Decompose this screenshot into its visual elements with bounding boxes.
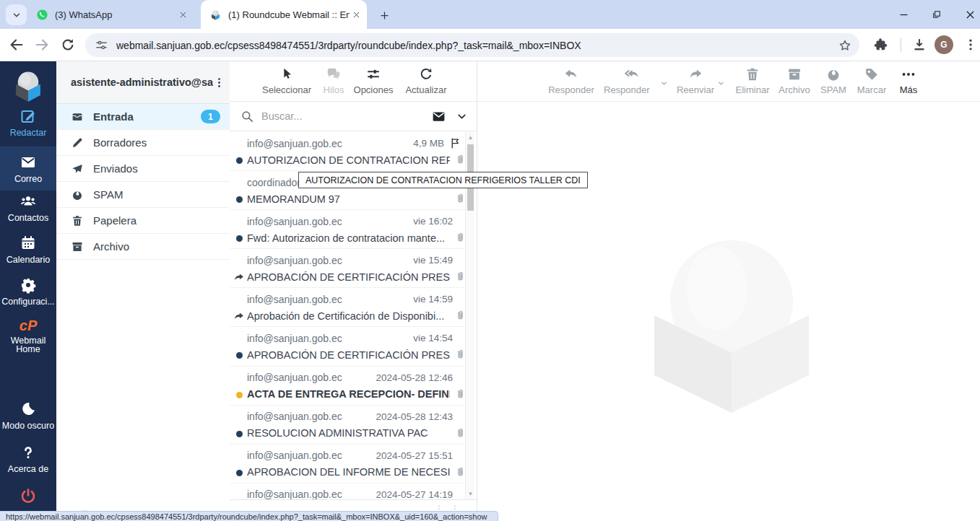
- account-name: asistente-administrativo@sa...: [71, 76, 213, 88]
- message-subject: APROBACIÓN DE CERTIFICACIÓN PRES...: [247, 349, 450, 361]
- search-input[interactable]: [261, 110, 431, 122]
- url-text: webmail.sanjuan.gob.ec/cpsess8498474551/…: [116, 40, 838, 51]
- list-item[interactable]: info@sanjuan.gob.ec 4,9 MB AUTORIZACION …: [230, 132, 467, 171]
- close-icon: [964, 9, 976, 21]
- logout-button[interactable]: [0, 487, 56, 504]
- list-item[interactable]: info@sanjuan.gob.ec vie 16:02 Fwd: Autor…: [230, 210, 467, 249]
- folder-label: SPAM: [93, 188, 123, 201]
- message-toolbar: Responder Responder ... Reenviar Elimina…: [547, 61, 923, 101]
- reply-all-button[interactable]: Responder ...: [604, 66, 660, 106]
- power-icon: [19, 487, 37, 504]
- question-icon: [19, 444, 37, 461]
- message-date: 2024-05-27 15:51: [376, 450, 453, 461]
- message-preview-pane: [477, 102, 980, 521]
- avatar-letter: G: [940, 40, 947, 50]
- chevron-down-icon: [12, 10, 22, 20]
- chevron-down-icon[interactable]: [660, 79, 668, 87]
- tab-whatsapp[interactable]: (3) WhatsApp: [29, 0, 194, 29]
- message-date: vie 14:54: [413, 333, 453, 343]
- extensions-icon[interactable]: [872, 37, 888, 53]
- list-item[interactable]: info@sanjuan.gob.ec 2024-05-27 14:19: [230, 483, 467, 499]
- folder-spam[interactable]: SPAM: [56, 182, 230, 208]
- browser-titlebar: (3) WhatsApp (1) Roundcube Webmail :: En…: [0, 0, 980, 29]
- message-subject: MEMORANDUM 97: [247, 193, 450, 205]
- unread-dot: [236, 196, 243, 203]
- unread-dot: [236, 352, 243, 359]
- tab-close-button[interactable]: [350, 8, 363, 21]
- select-button[interactable]: Seleccionar: [256, 66, 317, 95]
- list-item[interactable]: info@sanjuan.gob.ec vie 15:49 APROBACIÓN…: [230, 249, 467, 288]
- account-menu-icon[interactable]: [213, 76, 225, 89]
- reply-button[interactable]: Responder: [547, 66, 595, 95]
- reply-icon: [563, 66, 579, 82]
- tab-title: (1) Roundcube Webmail :: Entra: [228, 9, 350, 20]
- button-label: Actualizar: [405, 84, 446, 95]
- new-tab-button[interactable]: [376, 6, 393, 24]
- list-item[interactable]: info@sanjuan.gob.ec vie 14:54 APROBACIÓN…: [230, 327, 467, 366]
- sidebar-item-redactar[interactable]: Redactar: [0, 108, 56, 138]
- sidebar-item-calendario[interactable]: Calendario: [0, 235, 56, 265]
- threads-button[interactable]: Hilos: [317, 66, 350, 95]
- account-header: asistente-administrativo@sa...: [56, 61, 230, 104]
- tab-close-button[interactable]: [176, 8, 189, 21]
- sidebar-item-correo[interactable]: Correo: [0, 146, 56, 191]
- message-sender: info@sanjuan.gob.ec: [247, 372, 376, 383]
- sidebar-item-configuracion[interactable]: Configuraci...: [0, 276, 56, 307]
- reply-all-icon: [624, 66, 640, 82]
- sidebar-item-contactos[interactable]: Contactos: [0, 193, 56, 223]
- address-bar[interactable]: webmail.sanjuan.gob.ec/cpsess8498474551/…: [85, 33, 859, 57]
- chevron-down-icon[interactable]: [456, 110, 468, 123]
- folder-panel: asistente-administrativo@sa... Entrada 1…: [56, 61, 230, 521]
- junk-button[interactable]: SPAM: [816, 66, 851, 95]
- folder-archivo[interactable]: Archivo: [56, 234, 230, 260]
- downloads-icon[interactable]: [911, 37, 927, 53]
- sidebar-item-label: Acerca de: [8, 464, 48, 474]
- forward-button[interactable]: [34, 37, 50, 53]
- message-sender: info@sanjuan.gob.ec: [247, 138, 413, 149]
- archive-icon: [71, 240, 84, 253]
- folder-papelera[interactable]: Papelera: [56, 208, 230, 234]
- sidebar-item-webmail-home[interactable]: cP Webmail Home: [0, 318, 56, 351]
- list-item[interactable]: info@sanjuan.gob.ec 2024-05-27 15:51 APR…: [230, 445, 467, 483]
- unread-dot: [236, 235, 243, 242]
- archive-button[interactable]: Archivo: [774, 66, 815, 95]
- folder-entrada[interactable]: Entrada 1: [56, 104, 230, 130]
- message-sender: info@sanjuan.gob.ec: [247, 255, 413, 266]
- more-button[interactable]: Más: [894, 66, 923, 95]
- fire-icon: [71, 188, 84, 201]
- scroll-up-icon[interactable]: ▲: [466, 134, 475, 141]
- forward-button[interactable]: Reenviar: [674, 66, 717, 95]
- folder-enviados[interactable]: Enviados: [56, 156, 230, 182]
- refresh-button[interactable]: Actualizar: [399, 66, 453, 95]
- bookmark-star-icon[interactable]: [838, 38, 852, 53]
- sidebar-item-acerca-de[interactable]: Acerca de: [0, 444, 56, 474]
- profile-avatar[interactable]: G: [935, 35, 953, 54]
- browser-menu-icon[interactable]: [963, 37, 978, 53]
- mark-button[interactable]: Marcar: [854, 66, 890, 95]
- scroll-down-icon[interactable]: ▼: [466, 491, 475, 498]
- list-item[interactable]: info@sanjuan.gob.ec 2024-05-28 12:46 ACT…: [230, 367, 467, 406]
- options-button[interactable]: Opciones: [350, 66, 396, 95]
- list-item[interactable]: info@sanjuan.gob.ec 2024-05-28 12:43 RES…: [230, 406, 467, 445]
- sidebar-item-modo-oscuro[interactable]: Modo oscuro: [0, 400, 56, 431]
- message-subject: AUTORIZACION DE CONTRATACION REF...: [247, 154, 450, 166]
- sliders-icon: [365, 66, 381, 82]
- moon-icon: [19, 400, 37, 418]
- sidebar-item-label: Configuraci...: [1, 297, 55, 307]
- tab-search-button[interactable]: [6, 4, 27, 25]
- window-close-button[interactable]: [960, 6, 980, 23]
- list-item[interactable]: info@sanjuan.gob.ec vie 14:59 Aprobación…: [230, 288, 467, 327]
- search-scope-mail-icon[interactable]: [431, 109, 446, 124]
- folder-borradores[interactable]: Borradores: [56, 130, 230, 156]
- site-settings-icon[interactable]: [95, 38, 108, 52]
- window-restore-button[interactable]: [927, 6, 947, 23]
- button-label: Marcar: [857, 84, 886, 95]
- reload-button[interactable]: [60, 37, 76, 53]
- chevron-down-icon[interactable]: [717, 79, 725, 87]
- message-date: 2024-05-28 12:43: [376, 411, 453, 422]
- trash-icon: [745, 66, 760, 82]
- tab-roundcube[interactable]: (1) Roundcube Webmail :: Entra: [201, 0, 367, 29]
- window-minimize-button[interactable]: [893, 6, 914, 23]
- back-button[interactable]: [9, 37, 25, 53]
- delete-button[interactable]: Eliminar: [732, 66, 773, 95]
